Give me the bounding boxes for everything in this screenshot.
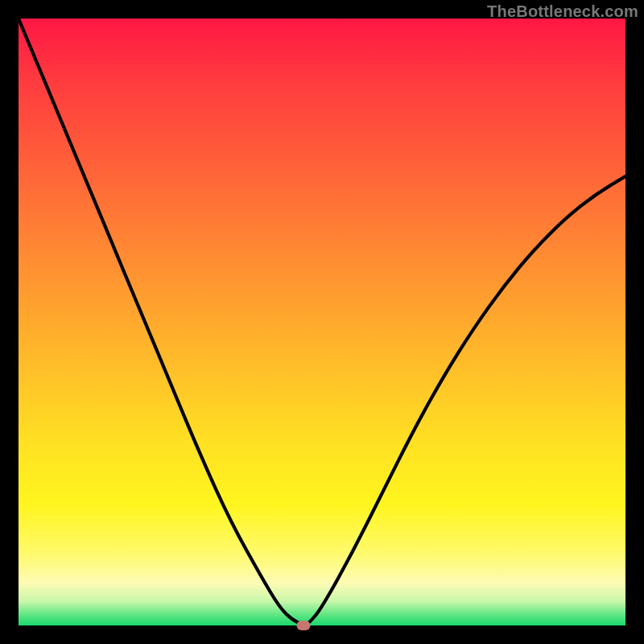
- optimal-point-marker: [297, 621, 311, 630]
- bottleneck-curve: [19, 19, 625, 625]
- plot-area: [19, 19, 625, 625]
- curve-path: [19, 19, 625, 625]
- chart-frame: TheBottleneck.com: [0, 0, 644, 644]
